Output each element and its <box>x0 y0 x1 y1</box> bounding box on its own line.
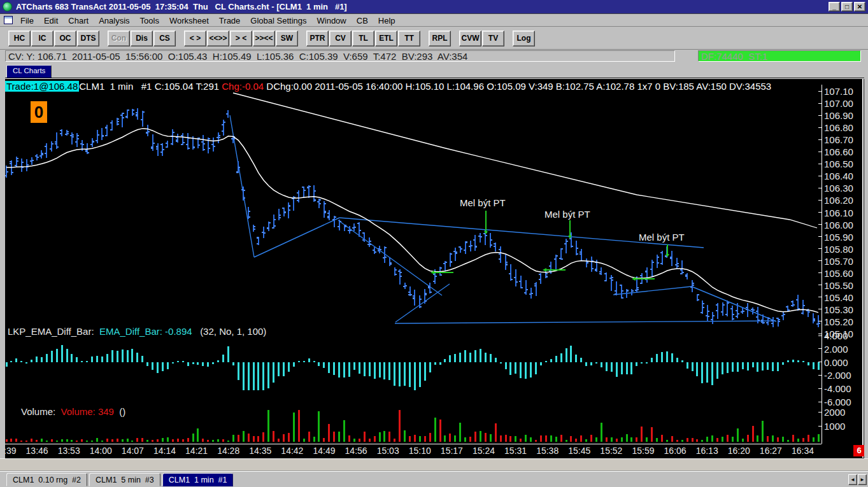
time-axis-label: 15:59 <box>627 446 660 456</box>
toolbar-group-0: HCICOCDTS <box>8 31 100 46</box>
menu-item-global-settings[interactable]: Global Settings <box>245 15 311 27</box>
time-axis-label: 14:56 <box>339 446 373 456</box>
volume-params: () <box>114 406 125 417</box>
price-axis-label: 105.80 <box>824 244 853 255</box>
toolbar-button-rpl[interactable]: RPL <box>429 31 451 46</box>
chart-tab-2[interactable]: CLM1 5 min #3 <box>89 473 160 486</box>
toolbar-button-<<>>[interactable]: <<>> <box>207 31 229 46</box>
time-axis-label: 13:39 <box>5 446 22 456</box>
time-axis-label: 16:34 <box>786 446 820 456</box>
toolbar-button-dts[interactable]: DTS <box>77 31 99 46</box>
toolbar-button-ptr[interactable]: PTR <box>306 31 329 46</box>
chart-header-session: DChg:0.00 2011-05-05 16:40:00 H:105.10 L… <box>264 81 771 92</box>
document-icon[interactable] <box>4 16 13 24</box>
chart-tab-3[interactable]: CLM1 1 min #1 <box>162 473 234 486</box>
toolbar-button-cvw[interactable]: CVW <box>459 31 481 46</box>
toolbar-button-><[interactable]: > < <box>230 31 252 46</box>
price-axis-label: 107.10 <box>824 86 853 97</box>
indicator-value: EMA_Diff_Bar: -0.894 <box>94 326 192 337</box>
price-axis-label: 106.40 <box>824 171 853 181</box>
time-axis-label: 14:21 <box>180 446 213 456</box>
chart-area: Trade:1@106.48CLM1 1 min #1 C:105.04 T:2… <box>5 78 864 458</box>
indicator-axis-label: -6.000 <box>824 397 851 407</box>
toolbar-button-dis[interactable]: Dis <box>131 31 153 46</box>
menu-item-worksheet[interactable]: Worksheet <box>164 15 214 27</box>
toolbar-button-etl[interactable]: ETL <box>375 31 397 46</box>
price-axis-label: 106.70 <box>824 134 853 145</box>
indicator-axis-label: 2.000 <box>824 344 848 355</box>
menu-item-window[interactable]: Window <box>312 15 352 27</box>
menu-item-analysis[interactable]: Analysis <box>94 15 134 27</box>
tab-scroll-left-button[interactable]: ◄ <box>848 474 857 485</box>
menu-item-tools[interactable]: Tools <box>135 15 164 27</box>
toolbar-group-3: PTRCVTLETLTT <box>306 31 421 46</box>
price-axis-label: 106.20 <box>824 195 853 206</box>
time-axis-label: 16:20 <box>722 446 755 456</box>
menu-item-edit[interactable]: Edit <box>39 15 63 27</box>
price-axis-label: 106.60 <box>824 146 853 157</box>
status-bar: CV: Y: 106.71 2011-05-05 15:56:00 O:105.… <box>0 50 868 63</box>
toolbar-button->><<[interactable]: >><< <box>253 31 275 46</box>
price-axis-label: 106.10 <box>824 208 853 218</box>
indicator-name: LKP_EMA_Diff_Bar: <box>8 326 94 337</box>
minimize-button[interactable]: _ <box>829 2 840 11</box>
toolbar-button-log[interactable]: Log <box>513 31 535 46</box>
toolbar-button-hc[interactable]: HC <box>8 31 31 46</box>
title-bar[interactable]: ATCharts 683 TransAct 2011-05-05 17:35:0… <box>0 0 868 14</box>
toolbar-button-ic[interactable]: IC <box>31 31 53 46</box>
time-axis-label: 14:07 <box>116 446 149 456</box>
time-axis-label: 14:00 <box>84 446 117 456</box>
time-axis-label: 15:38 <box>531 446 564 456</box>
toolbar-button-cv[interactable]: CV <box>329 31 352 46</box>
menu-bar: FileEditChartAnalysisToolsWorksheetTrade… <box>0 14 868 27</box>
menu-item-cb[interactable]: CB <box>352 15 373 27</box>
chart-tab-1[interactable]: CLM1 0.10 rng #2 <box>6 473 87 486</box>
chart-canvas[interactable] <box>5 78 864 458</box>
menu-item-chart[interactable]: Chart <box>63 15 94 27</box>
chart-header: Trade:1@106.48CLM1 1 min #1 C:105.04 T:2… <box>5 81 771 92</box>
price-axis-label: 105.50 <box>824 280 853 291</box>
tab-scroll-right-button[interactable]: ► <box>858 474 867 485</box>
toolbar-button-tt[interactable]: TT <box>398 31 420 46</box>
time-axis-label: 14:14 <box>148 446 181 456</box>
volume-value: Volume: 349 <box>55 406 114 417</box>
price-axis-label: 105.60 <box>824 268 853 279</box>
toolbar-group-1: ConDisCS <box>108 31 176 46</box>
close-button[interactable]: ✕ <box>854 2 865 11</box>
menu-item-file[interactable]: File <box>15 15 39 27</box>
volume-label-row: Volume: Volume: 349 () <box>21 406 125 417</box>
menu-item-help[interactable]: Help <box>373 15 401 27</box>
time-axis-label: 15:52 <box>595 446 628 456</box>
window-title: ATCharts 683 TransAct 2011-05-05 17:35:0… <box>16 2 347 11</box>
chart-tab-bar: CLM1 0.10 rng #2CLM1 5 min #3CLM1 1 min … <box>0 471 868 487</box>
worksheet-tab-cl-charts[interactable]: CL Charts <box>6 65 52 78</box>
toolbar-group-2: < ><<>>> <>><<SW <box>184 31 299 46</box>
horizontal-scrollbar[interactable] <box>0 458 868 471</box>
toolbar-button-tv[interactable]: TV <box>482 31 504 46</box>
toolbar-button-sw[interactable]: SW <box>276 31 298 46</box>
volume-axis-label: 1000 <box>824 421 845 432</box>
menu-item-trade[interactable]: Trade <box>214 15 245 27</box>
toolbar-button-con[interactable]: Con <box>108 31 130 46</box>
toolbar-button-tl[interactable]: TL <box>352 31 374 46</box>
time-axis-label: 16:27 <box>754 446 787 456</box>
time-axis-label: 13:46 <box>20 446 53 456</box>
price-axis-label: 106.00 <box>824 220 853 230</box>
worksheet-tab-row: CL Charts <box>0 63 868 78</box>
toolbar-button-oc[interactable]: OC <box>54 31 76 46</box>
time-axis-label: 15:31 <box>499 446 532 456</box>
toolbar-button-cs[interactable]: CS <box>153 31 176 46</box>
maximize-button[interactable]: □ <box>841 2 853 11</box>
cursor-info-panel: CV: Y: 106.71 2011-05-05 15:56:00 O:105.… <box>5 50 675 62</box>
toolbar-button-<>[interactable]: < > <box>184 31 206 46</box>
time-axis-label: 14:28 <box>212 446 245 456</box>
chart-header-symbol: CLM1 1 min #1 C:105.04 T:291 <box>79 81 222 92</box>
indicator-axis-label: 0.000 <box>824 357 848 368</box>
chart-annotation: Mel být PT <box>460 197 506 208</box>
time-axis-label: 15:45 <box>563 446 596 456</box>
time-axis-label: 16:06 <box>658 446 692 456</box>
time-axis-label: 16:13 <box>690 446 723 456</box>
time-axis-label: 14:35 <box>244 446 277 456</box>
indicator-axis-label: 4.000 <box>824 330 848 341</box>
time-axis-label: 15:17 <box>435 446 468 456</box>
